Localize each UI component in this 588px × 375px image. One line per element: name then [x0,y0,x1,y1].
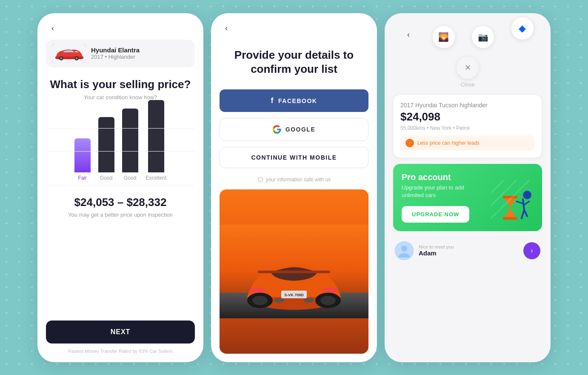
google-icon [273,125,281,134]
svg-point-19 [320,296,336,305]
bar-excellent [148,100,164,172]
facebook-icon: f [271,96,274,105]
upgrade-button[interactable]: UPGRADE NOW [402,206,469,223]
tip-icon: ↑ [405,139,414,147]
back-button-1[interactable]: ‹ [46,22,60,35]
bar-fair [74,138,91,172]
listing-price: $24,098 [400,110,535,123]
back-button-3[interactable]: ‹ [402,28,415,42]
back-button-2[interactable]: ‹ [220,22,233,35]
svg-point-14 [274,298,284,303]
car-thumbnail [52,44,86,63]
svg-rect-9 [258,271,330,273]
svg-rect-11 [323,288,338,293]
safe-note: your information safe with us [220,177,368,183]
dropbox-button[interactable]: ◆ [511,17,534,40]
camera-button[interactable]: 📷 [472,26,494,48]
bar-col-2: Good [98,117,114,181]
close-icon: ✕ [465,63,471,72]
facebook-label: FACEBOOK [278,97,317,104]
close-button[interactable]: ✕ [457,57,479,79]
card-provide-details: ‹ Provide your details to confirm your l… [211,13,377,362]
chevron-button[interactable]: › [523,242,540,259]
greet-text: Nice to meet you [419,244,454,249]
bar-chart: Fair Good Good Excellent [46,109,195,186]
svg-rect-21 [503,196,517,198]
svg-point-27 [401,246,407,252]
card-selling-price: ‹ Hyundai Elantra 2017 • Highlander [37,13,203,362]
selling-subtitle: Your car condition know how? [46,94,195,100]
shield-icon [257,177,263,183]
bar-col-4: Excellent [146,100,167,181]
price-note: You may get a better price upon inspecti… [46,212,195,218]
pro-card: Pro account Upgrade your plan to add unl… [393,164,542,231]
mobile-label: CONTINUE WITH MOBILE [251,154,337,161]
bar-good-1 [98,117,114,172]
price-range: $24,053 – $28,332 [46,196,195,209]
svg-point-4 [76,57,78,59]
car-info-text: Hyundai Elantra 2017 • Highlander [91,46,140,60]
car-name: Hyundai Elantra [91,46,140,54]
camera-icon: 📷 [478,32,488,42]
card-listing-details: ‹ 🌄 📷 ◆ ✕ Close 2017 Hyundai Tucson high… [385,13,551,362]
car-sub: 2017 • Highlander [91,54,140,60]
meet-row: Nice to meet you Adam › [393,237,542,264]
svg-point-20 [523,191,531,199]
meet-text: Nice to meet you Adam [419,244,454,257]
mobile-continue-button[interactable]: CONTINUE WITH MOBILE [220,147,368,168]
bar-col-1: Fair [74,138,91,181]
svg-point-15 [304,298,314,303]
close-section: ✕ Close [393,57,542,88]
bar-good-2 [122,109,138,172]
close-label: Close [460,81,474,88]
listing-title: 2017 Hyundai Tucson highlander [400,102,535,109]
facebook-button[interactable]: f FACEBOOK [220,89,368,112]
bar-label-good-1: Good [100,175,112,181]
svg-text:S-VK 709D: S-VK 709D [284,293,304,297]
google-label: GOOGLE [285,126,315,133]
bar-label-fair: Fair [78,175,87,181]
svg-rect-22 [503,217,517,220]
selling-title: What is your selling price? [46,77,195,92]
pro-sub: Upgrade your plan to add unlimited cars [402,184,478,199]
confirm-title: Provide your details to confirm your lis… [220,48,368,77]
footer-note: Fastest Money Transfer Rated by 93% Car … [46,349,195,354]
google-button[interactable]: GOOGLE [220,118,368,141]
svg-point-18 [252,296,268,305]
car-info-bar: Hyundai Elantra 2017 • Highlander [46,40,195,67]
avatar [395,241,414,260]
svg-line-23 [491,180,504,193]
bar-col-3: Good [122,109,138,181]
dropbox-icon: ◆ [519,23,526,34]
svg-point-2 [60,57,63,59]
icon-row: ‹ 🌄 📷 ◆ [393,22,542,52]
listing-details: 55,000kms • New York • Petrol [400,125,535,131]
landscape-button[interactable]: 🌄 [433,26,455,48]
listing-card: 2017 Hyundai Tucson highlander $24,098 5… [393,94,542,158]
bar-label-excellent: Excellent [146,175,167,181]
price-tip: ↑ Less price can higher leads [400,135,535,151]
car-photo: S-VK 709D [220,189,368,353]
bar-label-good-2: Good [124,175,136,181]
landscape-icon: 🌄 [438,32,449,42]
next-button[interactable]: NEXT [46,321,195,344]
svg-rect-10 [250,288,265,293]
price-tip-text: Less price can higher leads [417,140,480,146]
pro-illustration [491,180,542,231]
user-name: Adam [419,249,454,257]
